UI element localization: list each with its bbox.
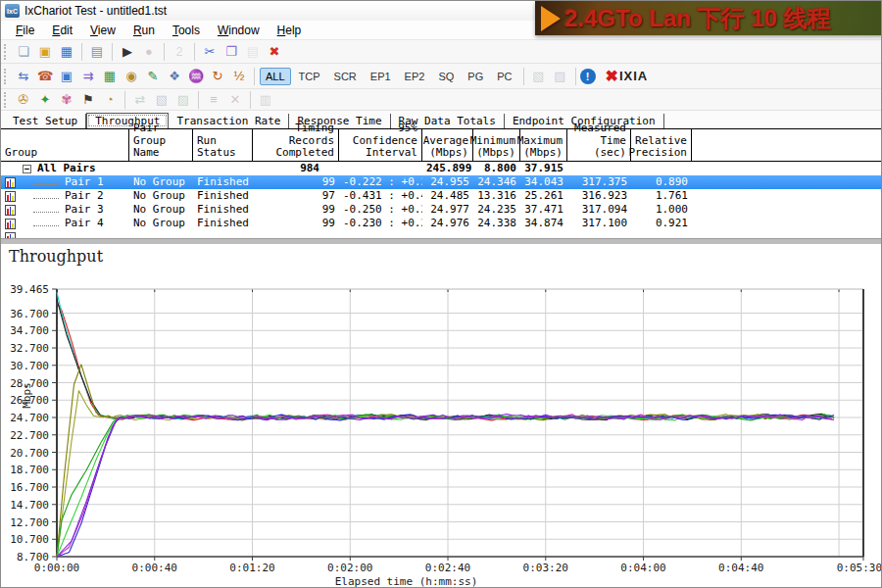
info-icon[interactable]: !: [580, 69, 596, 84]
column-header[interactable]: Average (Mbps): [422, 129, 473, 161]
menu-view[interactable]: View: [81, 22, 124, 39]
video-pair-icon[interactable]: ▦: [99, 67, 121, 86]
table-cell: 984: [253, 162, 339, 175]
filter-ep2-button[interactable]: EP2: [399, 68, 431, 85]
paste-icon[interactable]: ▤: [242, 42, 264, 62]
table-cell: -0.431 : +0.431: [339, 189, 422, 203]
verify-runs-icon[interactable]: ▧: [151, 90, 172, 110]
pair-chart-icon: [5, 205, 16, 216]
toolbar-grip[interactable]: [4, 69, 9, 84]
throughput-chart: 39.46536.70034.70032.70030.70028.70026.7…: [1, 244, 882, 588]
column-header[interactable]: 95% Confidence Interval: [339, 129, 422, 161]
link-pairs-icon[interactable]: ≡: [203, 90, 224, 110]
multicast-group-icon[interactable]: ⇉: [77, 67, 99, 86]
table-row-pair-1[interactable]: Pair 1No GroupFinished99-0.222 : +0.2222…: [1, 175, 881, 189]
runner-tool-icon[interactable]: ✾: [56, 90, 77, 110]
column-header[interactable]: Run Status: [193, 129, 253, 161]
delete-icon[interactable]: ✖: [264, 42, 285, 62]
collapse-icon[interactable]: −: [23, 165, 31, 173]
table-cell: -0.250 : +0.250: [339, 203, 422, 217]
throughput-chart-panel: Throughput 39.46536.70034.70032.70030.70…: [1, 244, 881, 588]
cut-icon[interactable]: ✂: [199, 42, 220, 62]
table-cell: 24.955: [422, 175, 473, 189]
watermark-banner: 2.4GTo Lan 下行 10 线程: [535, 1, 882, 35]
gauge-tool-icon[interactable]: ◔: [99, 90, 121, 110]
open-test-icon[interactable]: ▣: [34, 42, 56, 62]
tab-test-setup[interactable]: Test Setup: [5, 114, 86, 128]
new-test-icon[interactable]: ❏: [13, 42, 34, 62]
add-voip-pair-icon[interactable]: ☎: [34, 67, 56, 86]
table-row-partial[interactable]: [1, 230, 881, 238]
toolbar-grip[interactable]: [4, 44, 9, 60]
print-icon[interactable]: ▤: [86, 42, 108, 62]
filter-sq-button[interactable]: SQ: [432, 68, 460, 85]
edit-script-icon[interactable]: ✎: [142, 67, 164, 86]
camera-pair-icon[interactable]: ◉: [121, 67, 142, 86]
table-cell: 37.471: [520, 203, 567, 217]
filter-pg-button[interactable]: PG: [462, 68, 489, 85]
menu-help[interactable]: Help: [269, 22, 311, 39]
merge-runs-icon[interactable]: ▨: [172, 90, 194, 110]
toolbar-separator: [198, 91, 199, 109]
throughput-line-pair-2: [57, 292, 832, 419]
expand-results-icon[interactable]: ▧: [528, 67, 550, 86]
table-row-pair-2[interactable]: Pair 2No GroupFinished97-0.431 : +0.4312…: [1, 189, 881, 203]
filter-tcp-button[interactable]: TCP: [293, 68, 326, 85]
table-row-pair-4[interactable]: Pair 4No GroupFinished99-0.230 : +0.2302…: [1, 217, 881, 230]
stop-test-icon[interactable]: ●: [138, 42, 160, 62]
app-groups-icon[interactable]: ❖: [164, 67, 185, 86]
menu-tools[interactable]: Tools: [164, 22, 209, 39]
row-filler: [692, 217, 881, 230]
column-header[interactable]: Group: [1, 129, 129, 161]
table-cell: 1.761: [631, 189, 692, 203]
column-header[interactable]: Minimum (Mbps): [473, 129, 520, 161]
column-header[interactable]: Relative Precision: [631, 129, 692, 161]
clipboard-tool-icon[interactable]: ✇: [13, 90, 34, 110]
unlink-pairs-icon[interactable]: ✕: [224, 90, 246, 110]
menu-edit[interactable]: Edit: [43, 22, 81, 39]
run-test-icon[interactable]: ▶: [117, 42, 138, 62]
filter-scr-button[interactable]: SCR: [328, 68, 363, 85]
x-tick-label: 0:01:20: [229, 562, 274, 574]
toolbar-separator: [81, 43, 82, 61]
menu-run[interactable]: Run: [124, 22, 164, 39]
finish-flag-icon[interactable]: ⚑: [77, 90, 99, 110]
compare-runs-icon[interactable]: ⇄: [129, 90, 151, 110]
column-header[interactable]: Maximum (Mbps): [520, 129, 567, 161]
ixia-x-icon: ✖: [606, 67, 618, 85]
column-header[interactable]: Timing Records Completed: [253, 129, 339, 161]
filter-ep1-button[interactable]: EP1: [365, 68, 397, 85]
column-header[interactable]: Measured Time (sec): [567, 129, 631, 161]
endpoint-pair-icon[interactable]: ▣: [56, 67, 77, 86]
add-pair-icon[interactable]: ⇆: [13, 67, 34, 86]
table-cell: 24.976: [422, 217, 473, 230]
menu-file[interactable]: File: [7, 22, 43, 39]
table-cell: No Group: [129, 203, 193, 217]
throughput-line-pair-10: [57, 415, 834, 558]
menu-window[interactable]: Window: [209, 22, 269, 39]
toolbar-separator: [254, 68, 255, 85]
refresh-pairs-icon[interactable]: ↻: [207, 67, 228, 86]
extra-tool-icon[interactable]: ▥: [255, 90, 276, 110]
traffic-profile-icon[interactable]: ♒: [185, 67, 207, 86]
pair-chart-icon: [5, 191, 16, 202]
x-tick-label: 0:00:00: [34, 562, 79, 574]
export-results-icon[interactable]: ▨: [550, 67, 571, 86]
order-pairs-icon[interactable]: ½: [228, 67, 250, 86]
y-tick-label: 34.700: [10, 324, 49, 337]
table-cell: 24.346: [473, 175, 520, 189]
design-wand-icon[interactable]: ✦: [34, 90, 56, 110]
rerun-test-icon[interactable]: 2: [169, 42, 190, 62]
table-cell: 97: [253, 189, 339, 203]
toolbar-grip[interactable]: [4, 92, 9, 108]
table-cell: 99: [253, 217, 339, 230]
save-test-icon[interactable]: ▦: [56, 42, 77, 62]
column-header[interactable]: Pair Group Name: [129, 129, 193, 161]
copy-icon[interactable]: ❐: [220, 42, 242, 62]
toolbar-separator: [250, 91, 251, 109]
table-row-pair-3[interactable]: Pair 3No GroupFinished99-0.250 : +0.2502…: [1, 203, 881, 217]
filter-all-button[interactable]: ALL: [260, 68, 291, 85]
filter-pc-button[interactable]: PC: [491, 68, 517, 85]
table-row-all-pairs[interactable]: −All Pairs984245.8998.80037.915: [1, 162, 881, 175]
table-cell: 316.923: [567, 189, 631, 203]
